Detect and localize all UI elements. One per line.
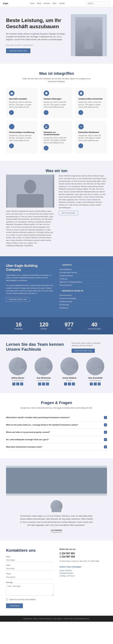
facebook-icon-2[interactable]: f xyxy=(64,382,67,386)
about-cta-button[interactable]: KONTAKTIERE UNS xyxy=(6,297,30,302)
svg-rect-12 xyxy=(63,368,76,375)
form-field-message: Message xyxy=(6,581,53,596)
faq-item-1[interactable]: What are the policy limits (i.e., covera… xyxy=(6,421,107,429)
faq-toggle-2[interactable]: + xyxy=(104,431,107,434)
market-item-4: Stadthäuser xyxy=(60,306,107,310)
twitter-icon-3[interactable]: t xyxy=(94,382,97,386)
stat-label-2: Fälle xyxy=(56,328,82,330)
team-role-1: Designarchitektin xyxy=(32,380,55,381)
form-field-email: Email xyxy=(6,564,53,571)
hero-cta-button[interactable]: KONTAKTIERE UNS xyxy=(6,48,30,53)
top-link-0[interactable]: Lokale Transfers xyxy=(60,569,107,572)
agree-checkbox[interactable] xyxy=(6,598,8,600)
email-input[interactable] xyxy=(6,567,53,571)
stat-label-3: Auszeichnungen xyxy=(82,328,107,330)
market-item-0: Wohnhäuserbau xyxy=(60,294,107,297)
service-item-5: Baumanagement xyxy=(60,284,107,287)
hero-section: Beste Leistung, um Ihr Geschäft auszubau… xyxy=(0,7,113,64)
submit-button[interactable]: FINDENDE xyxy=(6,604,23,608)
feature-more-button-1[interactable]: › xyxy=(44,110,48,115)
linkedin-icon-3[interactable]: in xyxy=(98,382,101,386)
faq-toggle-4[interactable]: + xyxy=(104,446,107,448)
feature-more-button-4[interactable]: › xyxy=(44,146,48,150)
message-textarea[interactable] xyxy=(6,584,53,596)
stat-label-0: Rangfolge xyxy=(6,328,31,330)
top-link-1[interactable]: Flughafentransfers xyxy=(60,572,107,574)
twitter-icon-1[interactable]: t xyxy=(42,382,45,386)
users-icon xyxy=(44,124,49,129)
faq-section: Fragen & Fragen Sample text. Click to se… xyxy=(0,393,113,458)
agree-row: I agree to your terms and conditions xyxy=(6,598,53,600)
faq-toggle-0[interactable]: − xyxy=(104,416,107,419)
faq-toggle-1[interactable]: + xyxy=(104,424,107,426)
briefcase-icon xyxy=(9,90,15,96)
feature-text-1: Sample text. Click to select the text bo… xyxy=(44,101,69,108)
faq-subtitle: Sample text. Click to select the text bo… xyxy=(19,406,94,410)
markets-list-block: → BEDIENTE MÄRKTE Wohnhäuserbau Gemischt… xyxy=(60,290,107,310)
service-item-3: Schätzung xyxy=(60,277,107,280)
nav-link-about[interactable]: About xyxy=(37,2,41,4)
svg-point-0 xyxy=(86,27,92,34)
feature-card-3: Vorhersehbare Ausführung Sample text. Cl… xyxy=(6,121,38,154)
faq-item-4[interactable]: What does homeowners insurance cover? + xyxy=(6,443,107,451)
team-cta-button[interactable]: KONTAKTIERE UNS xyxy=(72,348,95,353)
nav-link-contact[interactable]: Contact xyxy=(59,2,65,4)
service-item-0: Baustreitigkeiten xyxy=(60,268,107,271)
service-item-4: Allgemeine Vertragsgestaltung xyxy=(60,280,107,284)
team-grid: Jeffrey Brown Projektmanager f t in Ann … xyxy=(6,357,107,386)
code-icon xyxy=(78,124,84,129)
facebook-icon-0[interactable]: f xyxy=(12,382,15,386)
facebook-icon-3[interactable]: f xyxy=(90,382,93,386)
feature-title-1: Globale Zahlungen xyxy=(44,98,69,100)
hero-text-block: Beste Leistung, um Ihr Geschäft auszubau… xyxy=(6,17,66,53)
team-right-text: lorem ipsum dolor sit amet, consectetur … xyxy=(72,342,107,353)
search-input[interactable] xyxy=(86,2,110,5)
stat-item-3: 40 Auszeichnungen xyxy=(82,322,107,330)
nav-link-team[interactable]: Team xyxy=(52,2,56,4)
faq-question-3: Do I need earthquake coverage? How can I… xyxy=(6,438,104,440)
faq-item-3[interactable]: Do I need earthquake coverage? How can I… xyxy=(6,436,107,443)
faq-question-2: Where and when is my personal property c… xyxy=(6,431,104,433)
linkedin-icon-0[interactable]: in xyxy=(20,382,23,386)
feature-more-button-0[interactable]: › xyxy=(9,110,14,115)
email-label: Email xyxy=(6,564,53,566)
what-we-do-grid: Amber öffentlich angebotenen Express höc… xyxy=(6,174,107,249)
stat-number-1: 120 xyxy=(31,322,57,328)
twitter-icon-0[interactable]: t xyxy=(16,382,19,386)
feature-more-button-5[interactable]: › xyxy=(78,144,83,148)
top-link-2[interactable]: Ausflüge und Touren xyxy=(60,574,107,577)
name-input[interactable] xyxy=(6,558,53,562)
phone-input[interactable] xyxy=(6,575,53,579)
team-card-1: Ann Richmond Designarchitektin f t in xyxy=(32,357,55,386)
service-item-1: Konzeptionelle Planung xyxy=(60,271,107,274)
shield-icon xyxy=(78,90,84,96)
facebook-icon-1[interactable]: f xyxy=(38,382,41,386)
features-subtitle: Holen Sie sich über 100 Funktionen aus d… xyxy=(19,77,94,83)
linkedin-icon-1[interactable]: in xyxy=(46,382,49,386)
services-list: Baustreitigkeiten Konzeptionelle Planung… xyxy=(60,268,107,287)
team-avatar-img-1 xyxy=(34,357,52,375)
hero-quote: Duis aute irure dolor in reprehenderit xyxy=(6,44,66,46)
svg-point-11 xyxy=(66,360,73,368)
linkedin-icon-2[interactable]: in xyxy=(72,382,75,386)
testimonial-name: Leo Hudson xyxy=(6,529,107,531)
svg-point-17 xyxy=(54,502,59,507)
services-title: → DIENSTE xyxy=(60,264,107,266)
faq-item-0[interactable]: What factors should I consider when purc… xyxy=(6,414,107,421)
team-role-2: Bauleiter xyxy=(58,380,81,381)
feature-more-button-2[interactable]: › xyxy=(78,110,83,115)
about-inner-grid: Über Eagle Building Company Unser Wissen… xyxy=(6,264,107,310)
contact-call-block: Rufen Sie uns an 1 234 567 891 1 234 987… xyxy=(60,548,107,562)
nav-link-services[interactable]: Services xyxy=(44,2,50,4)
read-more-button[interactable]: WEITERLESEN xyxy=(59,211,78,215)
faq-item-2[interactable]: Where and when is my personal property c… xyxy=(6,429,107,436)
faq-toggle-3[interactable]: + xyxy=(104,438,107,441)
twitter-icon-2[interactable]: t xyxy=(68,382,71,386)
stat-item-1: 120 Kunden xyxy=(31,322,57,330)
name-label: Name xyxy=(6,556,53,558)
navigation: Eagle Home About Services Team Contact xyxy=(0,0,113,7)
nav-link-home[interactable]: Home xyxy=(30,2,34,4)
nav-logo[interactable]: Eagle xyxy=(3,2,8,4)
team-avatar-0 xyxy=(9,357,27,375)
feature-more-button-3[interactable]: › xyxy=(9,144,14,148)
